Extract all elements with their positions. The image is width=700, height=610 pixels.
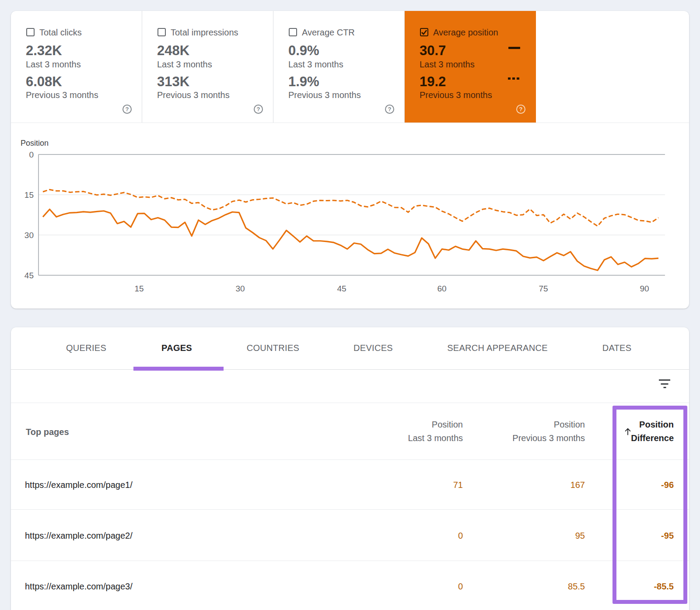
svg-text:45: 45 — [337, 284, 346, 293]
svg-text:15: 15 — [24, 190, 34, 200]
svg-text:60: 60 — [437, 284, 446, 293]
svg-text:Position: Position — [21, 139, 49, 147]
svg-text:75: 75 — [539, 284, 548, 293]
svg-text:90: 90 — [640, 284, 649, 293]
svg-text:0: 0 — [29, 150, 34, 159]
svg-text:30: 30 — [235, 284, 245, 293]
svg-text:45: 45 — [24, 271, 34, 280]
svg-text:15: 15 — [134, 284, 144, 293]
svg-text:30: 30 — [24, 231, 34, 240]
